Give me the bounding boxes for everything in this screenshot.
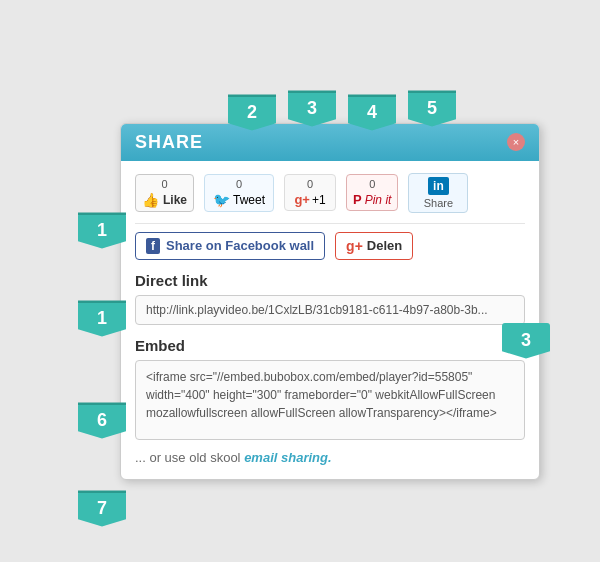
ribbon-7: 7 (78, 491, 126, 527)
email-sharing-link[interactable]: email sharing. (244, 450, 331, 465)
ribbon-6: 6 (78, 403, 126, 439)
ribbon-number: 7 (78, 491, 126, 527)
pinterest-count: 0 (369, 178, 375, 190)
ribbon-3-top: 3 (288, 91, 336, 127)
share-wall-row: f Share on Facebook wall g+ Delen (135, 232, 525, 260)
pinterest-label: Pin it (365, 193, 392, 207)
twitter-tweet-button[interactable]: 0 🐦 Tweet (204, 174, 274, 212)
ribbon-number: 2 (228, 95, 276, 131)
panel-body: 0 👍 Like 0 🐦 Tweet 0 (121, 161, 539, 479)
facebook-like-label: Like (163, 193, 187, 207)
pinterest-button[interactable]: 0 P Pin it (346, 174, 398, 211)
direct-link-label: Direct link (135, 272, 525, 289)
googleplus-delen-button[interactable]: g+ Delen (335, 232, 413, 260)
email-prefix-text: ... or use old skool (135, 450, 244, 465)
social-buttons-row: 0 👍 Like 0 🐦 Tweet 0 (135, 173, 525, 213)
divider-1 (135, 223, 525, 224)
email-line: ... or use old skool email sharing. (135, 450, 525, 465)
ribbon-number: 4 (348, 95, 396, 131)
linkedin-button[interactable]: in Share (408, 173, 468, 213)
ribbon-1a: 1 (78, 213, 126, 249)
googleplus-delen-label: Delen (367, 238, 402, 253)
facebook-wall-button[interactable]: f Share on Facebook wall (135, 232, 325, 260)
ribbon-number: 6 (78, 403, 126, 439)
ribbon-number: 3 (288, 91, 336, 127)
direct-link-input[interactable]: http://link.playvideo.be/1CxlzLB/31cb918… (135, 295, 525, 325)
ribbon-number: 1 (78, 301, 126, 337)
googleplus-delen-icon: g+ (346, 238, 363, 254)
googleplus-icon: g+ (294, 192, 310, 207)
thumbs-up-icon: 👍 (142, 192, 159, 208)
facebook-logo-icon: f (146, 238, 160, 254)
ribbon-5: 5 (408, 91, 456, 127)
googleplus-button[interactable]: 0 g+ +1 (284, 174, 336, 211)
linkedin-icon: in (428, 177, 449, 195)
ribbon-4: 4 (348, 95, 396, 131)
embed-label: Embed (135, 337, 525, 354)
facebook-like-button[interactable]: 0 👍 Like (135, 174, 194, 212)
facebook-count: 0 (161, 178, 167, 190)
facebook-wall-label: Share on Facebook wall (166, 238, 314, 253)
googleplus-label: +1 (312, 193, 326, 207)
ribbon-3-right: 3 (502, 323, 550, 359)
tweet-label: Tweet (233, 193, 265, 207)
ribbon-number: 5 (408, 91, 456, 127)
close-button[interactable]: × (507, 133, 525, 151)
embed-code-area[interactable]: <iframe src="//embed.bubobox.com/embed/p… (135, 360, 525, 440)
ribbon-2: 2 (228, 95, 276, 131)
linkedin-label: Share (424, 197, 453, 209)
googleplus-count: 0 (307, 178, 313, 190)
panel-title: SHARE (135, 132, 203, 153)
twitter-count: 0 (236, 178, 242, 190)
pinterest-pin-icon: P (353, 192, 362, 207)
twitter-bird-icon: 🐦 (213, 192, 230, 208)
panel-header: SHARE × (121, 124, 539, 161)
ribbon-number: 1 (78, 213, 126, 249)
share-panel: SHARE × 0 👍 Like 0 🐦 (120, 123, 540, 480)
ribbon-1b: 1 (78, 301, 126, 337)
